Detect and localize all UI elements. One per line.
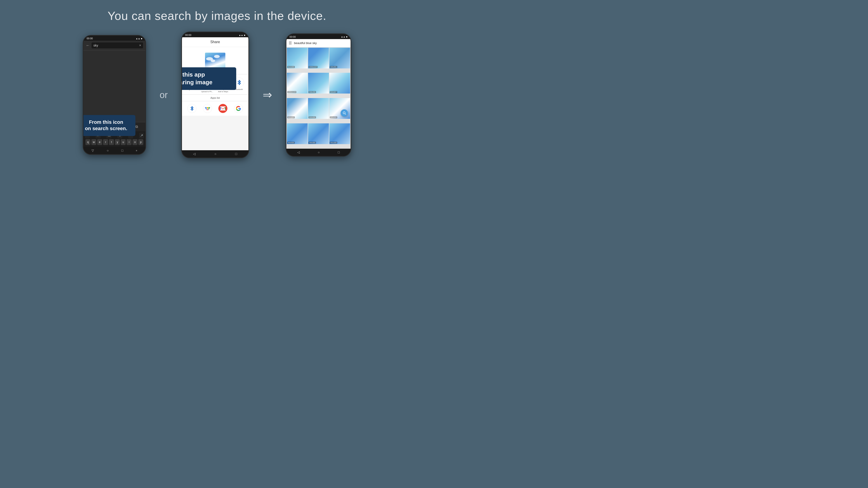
- result-12[interactable]: 601x200: [329, 123, 350, 144]
- phone1-tooltip: From this icon on search screen.: [83, 115, 135, 136]
- key-mic2[interactable]: 🎤: [139, 133, 144, 138]
- cloud-3: [214, 55, 220, 58]
- phone3-nav-bar: ◁ ○ □: [286, 149, 350, 156]
- or-connector: or: [155, 90, 172, 100]
- size-11: 450x300: [309, 142, 316, 144]
- result-1[interactable]: 612x408: [287, 48, 308, 68]
- result-8[interactable]: 322x200: [308, 98, 329, 119]
- key-q[interactable]: q: [86, 139, 90, 145]
- phone-2: 00:00 ▲▲ ■ Share: [181, 32, 249, 158]
- size-3: 800x451: [330, 66, 337, 68]
- more-app-google[interactable]: [234, 104, 243, 113]
- nav2-recents[interactable]: □: [235, 152, 237, 156]
- size-2: 2000x1217: [309, 66, 318, 68]
- result-7[interactable]: 600x600: [287, 98, 308, 119]
- phone2-status-icons: ▲▲ ■: [239, 34, 245, 36]
- more-app-drive[interactable]: [203, 104, 212, 113]
- phone3-time: 00:00: [289, 35, 296, 38]
- key-w[interactable]: w: [91, 139, 96, 145]
- phone1-status-bar: 00:00 ▲▲ ■: [84, 36, 145, 41]
- svg-line-15: [345, 113, 346, 115]
- copy-icon[interactable]: ⧉: [135, 125, 138, 129]
- phone1-battery: ■: [141, 37, 142, 40]
- nav2-back[interactable]: ◁: [193, 152, 195, 156]
- key-y[interactable]: y: [115, 139, 120, 145]
- svg-rect-11: [220, 106, 225, 110]
- apps-list-label[interactable]: Apps list: [182, 95, 248, 101]
- search-text: sky: [93, 43, 98, 47]
- phone2-status-bar: 00:00 ▲▲ ■: [182, 32, 248, 37]
- search-fab[interactable]: [341, 109, 348, 117]
- size-10: 800x534: [287, 142, 295, 144]
- bluetooth-label: Bluetooth: [235, 88, 243, 90]
- result-11[interactable]: 450x300: [308, 123, 329, 144]
- phone1-signal: ▲▲: [135, 37, 140, 40]
- phones-container: 00:00 ▲▲ ■ ← sky ✕ 🎤 ↗: [0, 32, 434, 158]
- more-app-bluetooth[interactable]: [187, 104, 196, 113]
- size-8: 322x200: [309, 116, 316, 119]
- back-button[interactable]: ←: [86, 43, 90, 48]
- more-app-gmail[interactable]: [218, 104, 227, 113]
- phone3-screen: ☰ beautiful blue sky 612x408 2000x1217 8…: [286, 39, 350, 149]
- phone2-time: 00:00: [185, 34, 191, 36]
- nav3-recents[interactable]: □: [338, 151, 340, 154]
- result-4[interactable]: 1500x1125: [287, 73, 308, 94]
- phone3-status-icons: ▲▲ ■: [341, 35, 347, 38]
- search-bar-row: ← sky ✕: [84, 41, 145, 51]
- result-9[interactable]: 322x200: [329, 98, 350, 119]
- nav2-home[interactable]: ○: [215, 152, 216, 156]
- sky-image: [205, 53, 225, 68]
- nav3-back[interactable]: ◁: [297, 151, 300, 154]
- search-query[interactable]: beautiful blue sky: [294, 41, 348, 45]
- phone1-time: 00:00: [87, 37, 93, 40]
- size-12: 601x200: [330, 142, 337, 144]
- page-title: You can search by images in the device.: [107, 9, 327, 23]
- phone2-nav-bar: ◁ ○ □: [182, 150, 248, 158]
- phone3-battery: ■: [346, 35, 347, 38]
- nav-recents[interactable]: □: [121, 149, 123, 152]
- phone-1: 00:00 ▲▲ ■ ← sky ✕ 🎤 ↗: [83, 35, 146, 155]
- key-r[interactable]: r: [103, 139, 108, 145]
- phone3-status-bar: 00:00 ▲▲ ■: [286, 34, 350, 39]
- cloud-2: [211, 59, 215, 62]
- results-toolbar: ☰ beautiful blue sky: [286, 39, 350, 47]
- size-9: 322x200: [330, 116, 337, 119]
- clear-icon[interactable]: ✕: [139, 44, 141, 47]
- result-5[interactable]: 508x339: [308, 73, 329, 94]
- nav-back[interactable]: ▽: [92, 149, 94, 152]
- phone1-status-icons: ▲▲ ■: [135, 37, 142, 40]
- phone3-signal: ▲▲: [341, 35, 345, 38]
- key-p[interactable]: p: [138, 139, 143, 145]
- nav-home[interactable]: ○: [107, 149, 108, 152]
- key-e[interactable]: e: [97, 139, 102, 145]
- result-2[interactable]: 2000x1217: [308, 48, 329, 68]
- size-4: 1500x1125: [287, 91, 297, 93]
- size-7: 600x600: [287, 116, 295, 119]
- search-content-area: [84, 51, 145, 122]
- search-input-field[interactable]: sky ✕: [92, 42, 143, 48]
- phone2-tooltip: Select this app when sharing image: [181, 67, 236, 90]
- keyboard-row-1: q w e r t y u i o p: [84, 139, 145, 145]
- svg-rect-13: [225, 107, 225, 110]
- phone2-battery: ■: [244, 34, 245, 36]
- size-6: 910x607: [330, 91, 337, 93]
- share-header: Share: [182, 37, 248, 47]
- nav-menu[interactable]: ≡: [136, 149, 137, 152]
- key-o[interactable]: o: [132, 139, 137, 145]
- size-1: 612x408: [287, 66, 295, 68]
- arrow-connector: ⇒: [258, 88, 277, 101]
- key-t[interactable]: t: [109, 139, 114, 145]
- phone-3: 00:00 ▲▲ ■ ☰ beautiful blue sky 612x408 …: [286, 33, 351, 157]
- key-u[interactable]: u: [121, 139, 126, 145]
- phone2-signal: ▲▲: [239, 34, 243, 36]
- result-6[interactable]: 910x607: [329, 73, 350, 94]
- svg-rect-12: [220, 107, 221, 110]
- nav3-home[interactable]: ○: [318, 151, 320, 154]
- result-10[interactable]: 800x534: [287, 123, 308, 144]
- menu-icon[interactable]: ☰: [289, 41, 292, 45]
- key-i[interactable]: i: [127, 139, 131, 145]
- result-3[interactable]: 800x451: [329, 48, 350, 68]
- size-5: 508x339: [309, 91, 316, 93]
- share-more-apps-row: [182, 101, 248, 116]
- phone2-screen: Share: [182, 37, 248, 150]
